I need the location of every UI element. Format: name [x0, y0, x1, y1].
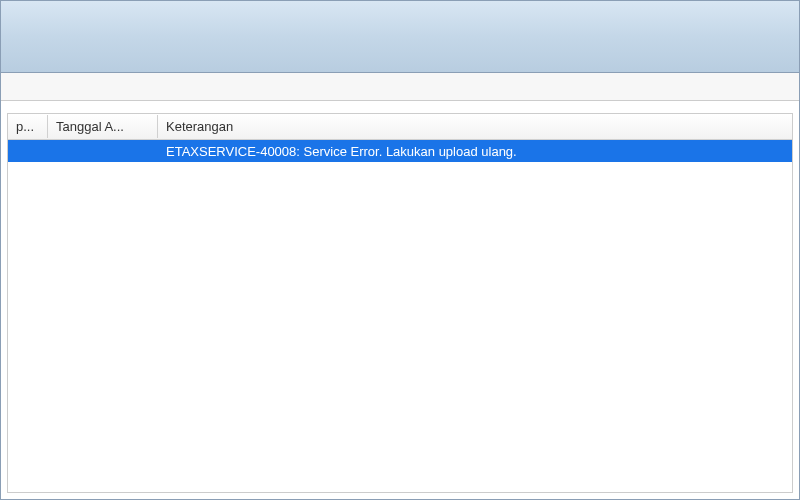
column-header-keterangan[interactable]: Keterangan — [158, 115, 792, 138]
cell-keterangan: ETAXSERVICE-40008: Service Error. Lakuka… — [158, 142, 792, 161]
content-area: p... Tanggal A... Keterangan ETAXSERVICE… — [1, 101, 799, 499]
column-header-truncated[interactable]: p... — [8, 115, 48, 138]
app-window: p... Tanggal A... Keterangan ETAXSERVICE… — [0, 0, 800, 500]
cell-col0 — [8, 149, 48, 153]
table-header: p... Tanggal A... Keterangan — [8, 114, 792, 140]
table-body: ETAXSERVICE-40008: Service Error. Lakuka… — [8, 140, 792, 162]
toolbar — [1, 73, 799, 101]
cell-tanggal — [48, 149, 158, 153]
table-row[interactable]: ETAXSERVICE-40008: Service Error. Lakuka… — [8, 140, 792, 162]
data-table: p... Tanggal A... Keterangan ETAXSERVICE… — [7, 113, 793, 493]
column-header-tanggal[interactable]: Tanggal A... — [48, 115, 158, 138]
window-titlebar[interactable] — [1, 1, 799, 73]
